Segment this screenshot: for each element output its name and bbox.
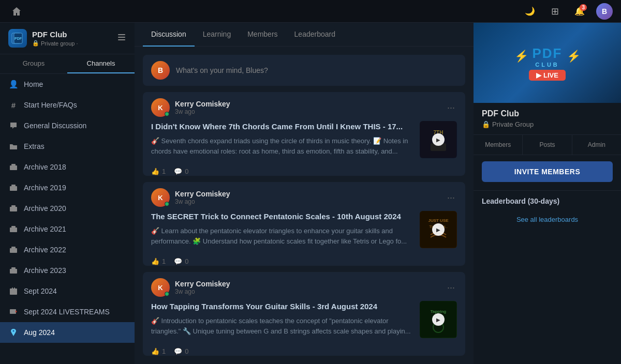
svg-rect-7 bbox=[11, 164, 16, 165]
bell-icon-button[interactable]: 🔔 3 bbox=[571, 3, 588, 20]
person-icon: 👤 bbox=[8, 79, 19, 89]
sidebar-item-archive-2018[interactable]: Archive 2018 bbox=[0, 157, 135, 177]
sidebar-item-archive-2019[interactable]: Archive 2019 bbox=[0, 177, 135, 198]
right-group-type: 🔒 Private Group bbox=[482, 120, 613, 128]
comment-button[interactable]: 💬 0 bbox=[174, 257, 188, 265]
leaderboard-title: Leaderboard (30-days) bbox=[482, 197, 613, 205]
post-title[interactable]: I Didn't Know Where 7th Chords Came From… bbox=[151, 121, 413, 132]
post-composer[interactable]: B What's on your mind, Blues? bbox=[143, 55, 465, 86]
tab-channels[interactable]: Channels bbox=[67, 54, 135, 73]
dots-icon: ··· bbox=[447, 192, 455, 203]
right-panel: ⚡ PDF CLUB ⚡ ▶ LIVE PDF Club 🔒 Private G… bbox=[474, 23, 621, 364]
post-meta: Kerry Comiskey 3w ago bbox=[175, 100, 440, 115]
sidebar-item-extras[interactable]: Extras bbox=[0, 136, 135, 157]
invite-members-button[interactable]: INVITE MEMBERS bbox=[482, 161, 613, 182]
post-author-avatar: K bbox=[151, 98, 170, 117]
svg-rect-23 bbox=[15, 291, 16, 292]
post-title[interactable]: How Tapping Transforms Your Guitar Skill… bbox=[151, 301, 413, 312]
banner-logo: PDF CLUB bbox=[533, 46, 563, 68]
stat-posts[interactable]: Posts bbox=[523, 135, 572, 155]
post-timestamp: 3w ago bbox=[175, 108, 440, 115]
like-count: 1 bbox=[162, 257, 166, 265]
sidebar-item-home[interactable]: 👤 Home bbox=[0, 74, 135, 95]
archive-2022-icon bbox=[8, 245, 19, 255]
like-button[interactable]: 👍 1 bbox=[151, 257, 166, 265]
play-overlay[interactable]: ▶ bbox=[420, 121, 457, 158]
tab-leaderboard[interactable]: Leaderboard bbox=[286, 23, 344, 47]
stats-row: Members Posts Admin bbox=[474, 134, 621, 155]
top-navigation: 🌙 ⊞ 🔔 3 B bbox=[0, 0, 621, 23]
content-area: Discussion Learning Members Leaderboard … bbox=[135, 23, 474, 364]
svg-rect-21 bbox=[11, 291, 12, 292]
tab-discussion[interactable]: Discussion bbox=[143, 23, 195, 47]
user-avatar[interactable]: B bbox=[596, 3, 613, 20]
play-button[interactable]: ▶ bbox=[432, 133, 445, 146]
see-all-leaderboards-link[interactable]: See all leaderboards bbox=[482, 211, 613, 228]
comment-button[interactable]: 💬 0 bbox=[174, 168, 188, 175]
tab-groups[interactable]: Groups bbox=[0, 54, 67, 73]
sidebar-item-sept-2024-livestreams[interactable]: Sept 2024 LIVESTREAMS bbox=[0, 301, 135, 322]
moon-icon-button[interactable]: 🌙 bbox=[522, 3, 538, 20]
post-thumbnail[interactable]: Tapping Collin.. ▶ bbox=[420, 301, 457, 338]
svg-rect-6 bbox=[10, 165, 17, 170]
svg-point-26 bbox=[13, 330, 14, 332]
post-meta: Kerry Comiskey 3w ago bbox=[175, 280, 440, 295]
sidebar-item-archive-2023[interactable]: Archive 2023 bbox=[0, 260, 135, 281]
stat-admin[interactable]: Admin bbox=[572, 135, 621, 155]
post-body: How Tapping Transforms Your Guitar Skill… bbox=[143, 301, 465, 343]
sidebar-item-general-discussion[interactable]: General Discussion bbox=[0, 115, 135, 136]
post-menu-button[interactable]: ··· bbox=[445, 100, 457, 115]
svg-rect-4 bbox=[118, 37, 125, 38]
grid-icon: ⊞ bbox=[551, 6, 559, 17]
thumbs-up-icon: 👍 bbox=[151, 168, 159, 175]
live-badge: ▶ LIVE bbox=[529, 70, 566, 81]
comment-count: 0 bbox=[185, 257, 188, 265]
online-indicator bbox=[165, 112, 169, 116]
comment-button[interactable]: 💬 0 bbox=[174, 347, 188, 355]
svg-rect-24 bbox=[10, 309, 16, 314]
like-button[interactable]: 👍 1 bbox=[151, 168, 166, 175]
play-button[interactable]: ▶ bbox=[432, 223, 445, 236]
svg-rect-8 bbox=[10, 186, 17, 191]
tab-learning[interactable]: Learning bbox=[195, 23, 240, 47]
composer-input[interactable]: What's on your mind, Blues? bbox=[176, 66, 457, 74]
post-menu-button[interactable]: ··· bbox=[445, 190, 457, 205]
sidebar-toggle-button[interactable] bbox=[117, 33, 126, 44]
like-count: 1 bbox=[162, 347, 166, 355]
grid-icon-button[interactable]: ⊞ bbox=[546, 3, 563, 20]
home-nav-button[interactable] bbox=[8, 3, 25, 20]
private-label: 🔒 Private group · bbox=[32, 40, 78, 47]
sidebar-item-start-here[interactable]: # Start Here/FAQs bbox=[0, 95, 135, 115]
sidebar-item-archive-2021[interactable]: Archive 2021 bbox=[0, 219, 135, 239]
banner-lightning-left: ⚡ bbox=[514, 50, 528, 63]
group-name-info: PDF Club 🔒 Private group · bbox=[32, 30, 78, 47]
play-overlay[interactable]: ▶ bbox=[420, 211, 457, 248]
play-button[interactable]: ▶ bbox=[432, 313, 445, 326]
top-nav-left bbox=[8, 3, 25, 20]
post-thumbnail[interactable]: 7TH HOP ▶ bbox=[420, 121, 457, 158]
tab-members[interactable]: Members bbox=[239, 23, 286, 47]
post-thumbnail[interactable]: JUST USE THIS SH.. ▶ bbox=[420, 211, 457, 248]
comment-icon: 💬 bbox=[174, 347, 182, 355]
post-excerpt: 🎸 Introduction to pentatonic scales teac… bbox=[151, 316, 413, 336]
post-title[interactable]: The SECRET Trick to Connect Pentatonic S… bbox=[151, 211, 413, 222]
group-banner: ⚡ PDF CLUB ⚡ ▶ LIVE bbox=[474, 23, 621, 103]
sidebar-item-sept-2024[interactable]: Sept 2024 bbox=[0, 281, 135, 301]
sidebar-item-archive-2020[interactable]: Archive 2020 bbox=[0, 198, 135, 219]
svg-rect-9 bbox=[11, 185, 16, 186]
livestreams-icon bbox=[8, 307, 19, 317]
post-menu-button[interactable]: ··· bbox=[445, 280, 457, 295]
post-actions: 👍 1 💬 0 bbox=[143, 343, 465, 356]
svg-rect-10 bbox=[10, 207, 17, 211]
dots-icon: ··· bbox=[447, 282, 455, 293]
post-excerpt: 🎸 Learn about the pentatonic elevator tr… bbox=[151, 226, 413, 246]
dots-icon: ··· bbox=[447, 102, 455, 113]
sidebar-item-archive-2022[interactable]: Archive 2022 bbox=[0, 239, 135, 260]
comment-icon: 💬 bbox=[174, 168, 182, 175]
sidebar-item-aug-2024[interactable]: Aug 2024 bbox=[0, 322, 135, 343]
play-overlay[interactable]: ▶ bbox=[420, 301, 457, 338]
like-button[interactable]: 👍 1 bbox=[151, 347, 166, 355]
stat-members[interactable]: Members bbox=[474, 135, 523, 155]
svg-rect-20 bbox=[14, 287, 15, 290]
post-card: K Kerry Comiskey 3w ago ··· How Tapping … bbox=[143, 272, 465, 356]
